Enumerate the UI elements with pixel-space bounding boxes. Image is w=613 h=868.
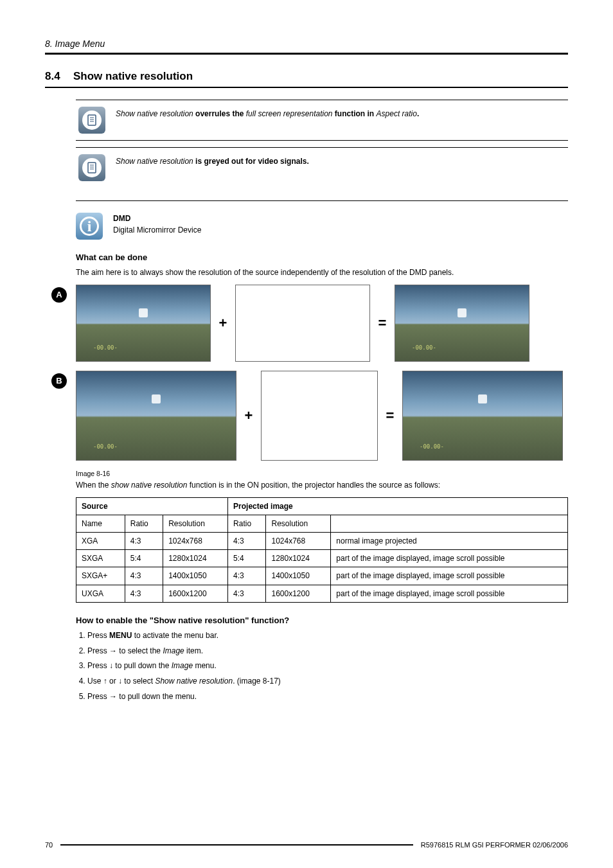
footer-rule: [60, 844, 413, 846]
table-cell: 1280x1024: [266, 550, 331, 567]
panel-result-a: -00.00-: [395, 285, 529, 362]
step-item: Use ↑ or ↓ to select Show native resolut…: [87, 676, 568, 687]
table-row: UXGA4:31600x12004:31600x1200part of the …: [76, 585, 568, 602]
doc-id: R5976815 RLM G5I PERFORMER 02/06/2006: [421, 841, 568, 849]
badge-a: A: [51, 287, 67, 303]
table-cell: 4:3: [125, 567, 163, 585]
col-ratio: Ratio: [125, 515, 163, 532]
section-number: 8.4: [45, 70, 73, 83]
th-projected: Projected image: [228, 497, 568, 515]
table-cell: 1024x768: [266, 532, 331, 549]
col-res: Resolution: [163, 515, 228, 532]
table-cell: 1400x1050: [266, 567, 331, 585]
table-row: SXGA+4:31400x10504:31400x1050part of the…: [76, 567, 568, 585]
follow-caption: When the show native resolution function…: [76, 480, 568, 491]
table-cell: 4:3: [125, 585, 163, 602]
table-cell: SXGA: [76, 550, 125, 567]
image-caption: Image 8-16: [76, 470, 568, 477]
panel-src-b: -00.00-: [76, 371, 236, 461]
table-row: SXGA5:41280x10245:41280x1024part of the …: [76, 550, 568, 567]
table-cell: UXGA: [76, 585, 125, 602]
svg-rect-4: [88, 163, 96, 173]
section-title: 8.4Show native resolution: [45, 70, 568, 88]
page-number: 70: [45, 841, 53, 849]
equals-icon: =: [377, 315, 388, 332]
table-header-group: Source Projected image: [76, 497, 568, 515]
col-name: Name: [76, 515, 125, 532]
table-cell: 1600x1200: [163, 585, 228, 602]
info-desc: Digital Micromirror Device: [113, 226, 201, 235]
note-box-1: Show native resolution overrules the ful…: [76, 100, 568, 141]
table-cell: normal image projected: [331, 532, 568, 549]
table-cell: 5:4: [228, 550, 266, 567]
note-box-2: Show native resolution is greyed out for…: [76, 147, 568, 201]
info-term: DMD: [113, 214, 201, 223]
panel-blank-a: [235, 285, 370, 362]
table-cell: 4:3: [228, 532, 266, 549]
table-cell: 1024x768: [163, 532, 228, 549]
col-ratio2: Ratio: [228, 515, 266, 532]
step-item: Press → to select the Image item.: [87, 646, 568, 657]
table-cell: 4:3: [228, 585, 266, 602]
table-cell: 4:3: [125, 532, 163, 549]
table-cell: 1280x1024: [163, 550, 228, 567]
subheading-how: How to enable the "Show native resolutio…: [76, 616, 568, 625]
body-paragraph: The aim here is to always show the resol…: [76, 267, 568, 278]
section-name: Show native resolution: [73, 70, 193, 82]
table-row: XGA4:31024x7684:31024x768normal image pr…: [76, 532, 568, 549]
step-item: Press ↓ to pull down the Image menu.: [87, 660, 568, 671]
table-subheader: Name Ratio Resolution Ratio Resolution: [76, 515, 568, 532]
resolution-table: Source Projected image Name Ratio Resolu…: [76, 497, 568, 603]
panel-src-a: -00.00-: [76, 285, 211, 362]
table-cell: part of the image displayed, image scrol…: [331, 550, 568, 567]
note-2-text: Show native resolution is greyed out for…: [116, 154, 565, 166]
col-res2: Resolution: [266, 515, 331, 532]
info-icon: i: [76, 213, 103, 240]
table-cell: 1400x1050: [163, 567, 228, 585]
equals-icon: =: [384, 407, 396, 424]
note-1-text: Show native resolution overrules the ful…: [116, 107, 565, 118]
diagram-row-a: A -00.00- + = -00.00-: [76, 285, 568, 362]
step-item: Press MENU to activate the menu bar.: [87, 630, 568, 641]
step-item: Press → to pull down the menu.: [87, 691, 568, 702]
table-cell: 4:3: [228, 567, 266, 585]
plus-icon: +: [243, 407, 254, 424]
chapter-header: 8. Image Menu: [45, 39, 568, 55]
page-footer: 70 R5976815 RLM G5I PERFORMER 02/06/2006: [45, 841, 568, 849]
col-note: [331, 515, 568, 532]
panel-blank-b: [261, 371, 378, 461]
diagram-row-b: B -00.00- + = -00.00-: [50, 371, 568, 461]
table-cell: 5:4: [125, 550, 163, 567]
table-cell: SXGA+: [76, 567, 125, 585]
table-cell: part of the image displayed, image scrol…: [331, 585, 568, 602]
panel-result-b: -00.00-: [402, 371, 563, 461]
note-icon: [78, 154, 105, 181]
subheading-what: What can be done: [76, 252, 568, 262]
plus-icon: +: [217, 315, 229, 332]
svg-rect-0: [88, 115, 96, 125]
steps-list: Press MENU to activate the menu bar.Pres…: [76, 630, 568, 702]
info-box: i DMD Digital Micromirror Device: [76, 213, 568, 240]
table-cell: part of the image displayed, image scrol…: [331, 567, 568, 585]
th-source: Source: [76, 497, 228, 515]
table-cell: 1600x1200: [266, 585, 331, 602]
diagram: A -00.00- + = -00.00- B -00.00- + = -00.…: [76, 285, 568, 461]
table-cell: XGA: [76, 532, 125, 549]
note-icon: [78, 107, 105, 134]
badge-b: B: [51, 373, 67, 389]
